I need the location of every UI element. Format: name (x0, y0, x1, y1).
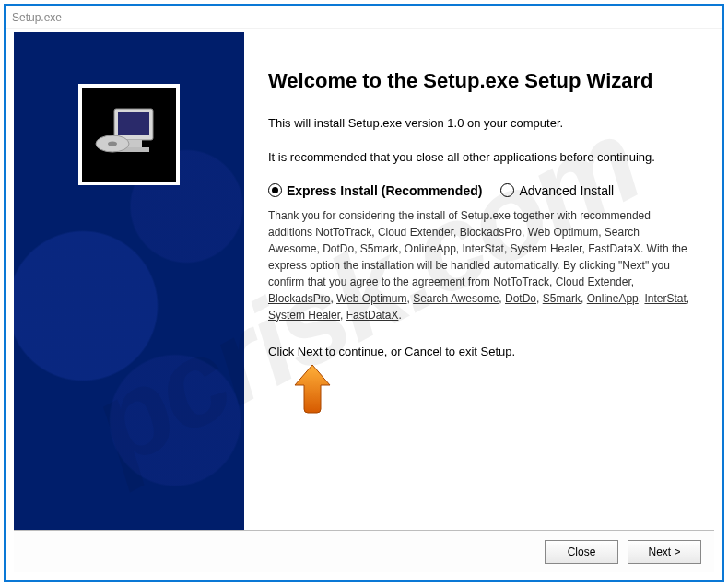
install-type-radio-group: Express Install (Recommended) Advanced I… (268, 183, 690, 198)
window-frame: Setup.exe Welcome to the Setup (4, 4, 724, 582)
radio-advanced-label: Advanced Install (519, 183, 614, 198)
installer-icon (78, 84, 180, 185)
link-cloudextender[interactable]: Cloud Extender (556, 275, 631, 288)
footer-button-bar: Close Next > (14, 530, 714, 572)
svg-rect-1 (118, 112, 149, 135)
link-s5mark[interactable]: S5mark (543, 292, 581, 305)
link-dotdo[interactable]: DotDo (505, 292, 536, 305)
wizard-continue-text: Click Next to continue, or Cancel to exi… (268, 344, 690, 361)
radio-express[interactable]: Express Install (Recommended) (268, 183, 482, 198)
link-weboptimum[interactable]: Web Optimum (336, 292, 406, 305)
window-title: Setup.exe (12, 11, 62, 24)
content-area: Welcome to the Setup.exe Setup Wizard Th… (14, 32, 714, 572)
link-searchawesome[interactable]: Search Awesome (413, 292, 499, 305)
link-interstat[interactable]: InterStat (644, 292, 686, 305)
link-systemhealer[interactable]: System Healer (268, 309, 340, 322)
computer-disc-icon (92, 98, 166, 171)
next-button[interactable]: Next > (628, 540, 701, 564)
link-fastdatax[interactable]: FastDataX (346, 309, 399, 322)
wizard-sidebar (14, 32, 244, 530)
link-onlineapp[interactable]: OnlineApp (587, 292, 639, 305)
close-button[interactable]: Close (545, 540, 618, 564)
radio-icon (500, 183, 514, 197)
window-titlebar: Setup.exe (6, 6, 722, 29)
bundle-disclosure: Thank you for considering the install of… (268, 207, 690, 323)
main-row: Welcome to the Setup.exe Setup Wizard Th… (14, 32, 714, 530)
radio-icon (268, 183, 282, 197)
wizard-heading: Welcome to the Setup.exe Setup Wizard (268, 69, 690, 93)
link-blockadspro[interactable]: BlockadsPro (268, 292, 330, 305)
wizard-body: Welcome to the Setup.exe Setup Wizard Th… (244, 32, 714, 530)
link-nottotrack[interactable]: NotToTrack (493, 275, 549, 288)
svg-point-5 (108, 142, 117, 146)
wizard-intro: This will install Setup.exe version 1.0 … (268, 115, 690, 133)
radio-express-label: Express Install (Recommended) (287, 183, 482, 198)
wizard-recommend: It is recommended that you close all oth… (268, 149, 690, 167)
radio-advanced[interactable]: Advanced Install (500, 183, 614, 198)
